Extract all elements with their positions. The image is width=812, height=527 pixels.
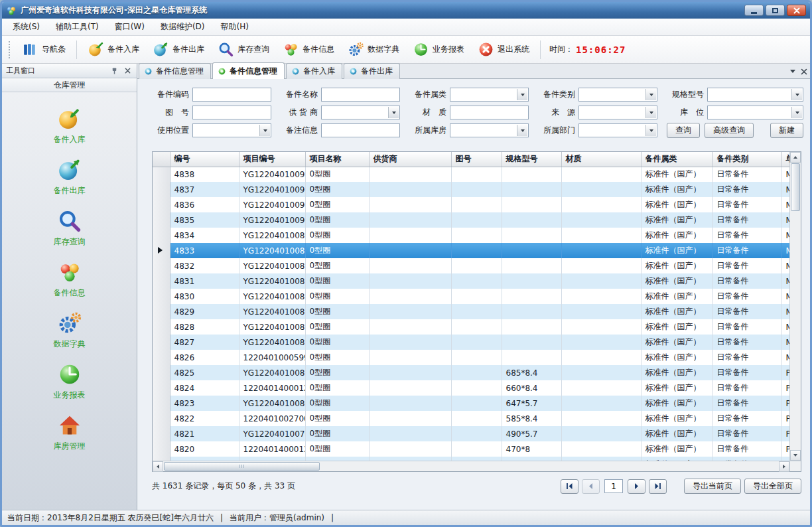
sidebar-item-inventory-query[interactable]: 库存查询 — [2, 202, 137, 254]
pin-icon[interactable] — [109, 66, 119, 76]
parts-name-input[interactable] — [321, 88, 400, 102]
table-row[interactable]: 4833 YG12204010088 0型圈 标准件（国产） 日常备件 M — [153, 243, 789, 258]
table-row[interactable]: 4828 YG12204010083 0型圈 标准件（国产） 日常备件 M — [153, 319, 789, 335]
toolbar-nav-bar-button[interactable]: 导航条 — [16, 38, 72, 60]
tab-parts-info-mgmt-2-active[interactable]: 备件信息管理 — [212, 62, 285, 79]
chevron-down-icon[interactable] — [388, 107, 399, 118]
tab-parts-inbound[interactable]: 备件入库 — [286, 63, 342, 79]
table-row[interactable]: 4825 YG12204010081 0型圈 685*8.4 标准件（国产） 日… — [153, 365, 789, 380]
table-row[interactable]: 4832 YG12204010087 0型圈 标准件（国产） 日常备件 M — [153, 258, 789, 273]
parts-category-combobox[interactable] — [450, 88, 529, 102]
table-row[interactable]: 4824 1220401400012 0型圈 660*8.4 标准件（国产） 日… — [153, 380, 789, 396]
column-header[interactable]: 单位 — [781, 152, 789, 167]
maximize-button[interactable] — [766, 5, 785, 16]
chevron-down-icon[interactable] — [517, 89, 527, 100]
grid-horizontal-scrollbar[interactable] — [153, 461, 789, 471]
column-header[interactable]: 备件类别 — [712, 152, 781, 167]
chevron-down-icon[interactable] — [645, 125, 656, 136]
table-row[interactable]: 4835 YG12204010090 0型圈 标准件（国产） 日常备件 M — [153, 212, 789, 228]
menu-aux-tools[interactable]: 辅助工具(T) — [48, 19, 107, 35]
toolbar-data-dictionary-button[interactable]: 数据字典 — [342, 38, 405, 60]
export-all-pages-button[interactable]: 导出全部页 — [744, 479, 801, 494]
sidebar-close-icon[interactable] — [122, 66, 133, 76]
table-row[interactable]: 4829 YG12204010084 0型圈 标准件（国产） 日常备件 M — [153, 304, 789, 319]
chevron-down-icon[interactable] — [645, 89, 656, 100]
table-row[interactable]: 4834 YG12204010089 0型圈 标准件（国产） 日常备件 M — [153, 228, 789, 243]
tab-list-chevron-down-icon[interactable] — [790, 70, 795, 76]
sidebar-item-business-report[interactable]: 业务报表 — [2, 356, 137, 407]
minimize-button[interactable] — [744, 5, 764, 16]
query-button[interactable]: 查询 — [667, 123, 700, 138]
menu-data-maintenance[interactable]: 数据维护(D) — [153, 19, 213, 35]
table-row[interactable]: 4836 YG12204010091 0型圈 标准件（国产） 日常备件 M — [153, 197, 789, 212]
column-header[interactable]: 材质 — [561, 152, 641, 167]
scroll-down-icon[interactable] — [790, 450, 801, 461]
sidebar-group-warehouse[interactable]: 仓库管理 — [2, 78, 137, 92]
advanced-query-button[interactable]: 高级查询 — [705, 123, 754, 138]
column-header[interactable]: 项目编号 — [239, 152, 305, 167]
tab-parts-info-mgmt-1[interactable]: 备件信息管理 — [139, 63, 211, 79]
sidebar-item-parts-info[interactable]: 备件信息 — [2, 254, 137, 305]
chevron-down-icon[interactable] — [791, 89, 802, 100]
horizontal-scroll-thumb[interactable] — [164, 462, 320, 471]
drawing-no-input[interactable] — [192, 106, 271, 119]
table-row[interactable]: 4830 YG12204010085 0型圈 标准件（国产） 日常备件 M — [153, 289, 789, 304]
previous-page-button[interactable] — [582, 479, 600, 494]
sidebar-item-parts-outbound[interactable]: 备件出库 — [2, 151, 137, 202]
toolbar-exit-system-button[interactable]: 退出系统 — [472, 38, 535, 60]
toolbar-parts-outbound-button[interactable]: 备件出库 — [147, 38, 210, 60]
last-page-button[interactable] — [649, 479, 667, 494]
tab-parts-outbound[interactable]: 备件出库 — [344, 63, 400, 79]
toolbar-parts-info-button[interactable]: 备件信息 — [277, 38, 340, 60]
column-header[interactable]: 编号 — [170, 152, 239, 167]
table-row[interactable]: 4837 YG12204010092 0型圈 标准件（国产） 日常备件 M — [153, 182, 789, 197]
toolbar-parts-inbound-button[interactable]: 备件入库 — [82, 38, 145, 60]
column-header[interactable]: 项目名称 — [305, 152, 369, 167]
toolbar-inventory-query-button[interactable]: 库存查询 — [212, 38, 275, 60]
table-row[interactable]: 4838 YG12204010093 0型圈 标准件（国产） 日常备件 M — [153, 167, 789, 182]
table-row[interactable]: 4821 YG12204010079 0型圈 490*5.7 标准件（国产） 日… — [153, 426, 789, 441]
page-number-input[interactable] — [604, 479, 623, 493]
column-header[interactable]: 备件属类 — [641, 152, 712, 167]
chevron-down-icon[interactable] — [645, 107, 656, 118]
grid-vertical-scrollbar[interactable] — [789, 152, 801, 461]
sidebar-item-data-dictionary[interactable]: 数据字典 — [2, 305, 137, 356]
close-button[interactable] — [787, 5, 806, 16]
column-header[interactable]: 规格型号 — [502, 152, 561, 167]
chevron-down-icon[interactable] — [517, 125, 527, 136]
scroll-up-icon[interactable] — [790, 152, 801, 163]
parts-code-input[interactable] — [192, 88, 271, 102]
menu-window[interactable]: 窗口(W) — [107, 19, 153, 35]
export-current-page-button[interactable]: 导出当前页 — [684, 479, 741, 494]
column-header[interactable]: 供货商 — [369, 152, 451, 167]
table-row[interactable]: 4827 YG12204010082 0型圈 标准件（国产） 日常备件 M — [153, 335, 789, 350]
chevron-down-icon[interactable] — [259, 125, 270, 136]
table-row[interactable]: 4820 1220401400013 0型圈 470*8 标准件（国产） 日常备… — [153, 441, 789, 457]
spec-model-combobox[interactable] — [707, 88, 803, 102]
new-button[interactable]: 新建 — [770, 123, 803, 138]
supplier-combobox[interactable] — [321, 106, 400, 119]
warehouse-combobox[interactable] — [450, 123, 529, 137]
material-input[interactable] — [450, 106, 529, 119]
menu-system[interactable]: 系统(S) — [5, 19, 48, 35]
toolbar-grip[interactable] — [9, 41, 12, 58]
location-combobox[interactable] — [707, 106, 803, 119]
scroll-right-icon[interactable] — [779, 461, 789, 472]
tab-close-icon[interactable] — [801, 68, 807, 75]
first-page-button[interactable] — [561, 479, 578, 494]
vertical-scroll-thumb[interactable] — [791, 163, 800, 211]
remark-input[interactable] — [321, 123, 400, 137]
chevron-down-icon[interactable] — [791, 107, 802, 118]
use-position-combobox[interactable] — [192, 123, 271, 137]
parts-type-combobox[interactable] — [578, 88, 657, 102]
table-row[interactable]: 4822 1220401002700 0型圈 585*8.4 标准件（国产） 日… — [153, 411, 789, 426]
menu-help[interactable]: 帮助(H) — [213, 19, 257, 35]
table-row[interactable]: 4831 YG12204010086 0型圈 标准件（国产） 日常备件 M — [153, 273, 789, 289]
sidebar-item-parts-inbound[interactable]: 备件入库 — [2, 100, 137, 151]
toolbar-business-report-button[interactable]: 业务报表 — [407, 38, 470, 60]
source-combobox[interactable] — [578, 106, 657, 119]
next-page-button[interactable] — [628, 479, 645, 494]
table-row[interactable]: 4826 1220401000599 0型圈 标准件（国产） 日常备件 M — [153, 350, 789, 365]
column-header[interactable]: 图号 — [451, 152, 502, 167]
scroll-left-icon[interactable] — [153, 461, 163, 472]
